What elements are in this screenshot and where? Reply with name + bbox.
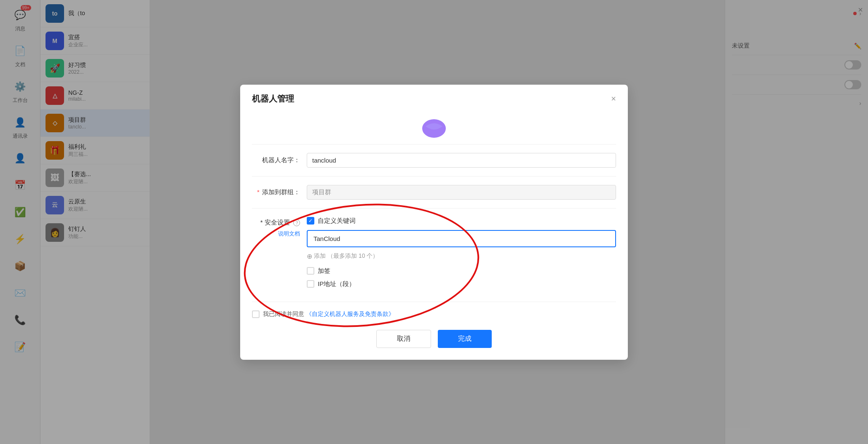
- keyword-input-wrap: [307, 230, 616, 247]
- modal-title: 机器人管理: [252, 93, 294, 104]
- help-icon[interactable]: ？: [293, 219, 300, 226]
- security-content: ✓ 自定义关键词 ⊕ 添加 （最多添加 10 个）: [307, 217, 616, 293]
- add-hint: （最多添加 10 个）: [327, 252, 378, 260]
- action-row: 取消 完成: [252, 326, 616, 348]
- security-settings-row: * 安全设置 ？ 说明文档 ✓ 自定义关键词: [252, 217, 616, 293]
- modal-header: 机器人管理 ×: [240, 85, 628, 104]
- add-keyword-row[interactable]: ⊕ 添加 （最多添加 10 个）: [307, 252, 616, 260]
- ip-checkbox[interactable]: [307, 280, 314, 288]
- add-circle-icon: ⊕: [307, 252, 312, 260]
- tag-checkbox[interactable]: [307, 267, 314, 275]
- tag-label: 加签: [318, 267, 330, 275]
- robot-management-modal: 机器人管理 × 机器人名字： * 添加到群组：: [240, 85, 628, 360]
- security-label: * 安全设置 ？ 说明文档: [252, 217, 307, 241]
- robot-logo: [421, 118, 447, 139]
- keyword-checkbox-row: ✓ 自定义关键词: [307, 217, 616, 225]
- modal-backdrop: 机器人管理 × 机器人名字： * 添加到群组：: [0, 0, 868, 444]
- keyword-checkbox[interactable]: ✓: [307, 217, 314, 225]
- modal-body: 机器人名字： * 添加到群组： * 安全设置 ？ 说明文档: [240, 104, 628, 360]
- tag-checkbox-row: 加签: [307, 267, 616, 275]
- ip-label: IP地址（段）: [318, 280, 355, 288]
- confirm-button[interactable]: 完成: [438, 330, 492, 348]
- modal-close-button[interactable]: ×: [611, 94, 616, 104]
- cancel-button[interactable]: 取消: [376, 330, 431, 348]
- agreement-link[interactable]: 《自定义机器人服务及免责条款》: [306, 310, 394, 317]
- keyword-label: 自定义关键词: [318, 217, 356, 225]
- doc-link[interactable]: 说明文档: [278, 230, 300, 238]
- agreement-checkbox[interactable]: [252, 310, 260, 318]
- keyword-input[interactable]: [307, 230, 616, 247]
- ip-checkbox-row: IP地址（段）: [307, 280, 616, 288]
- robot-name-row: 机器人名字：: [252, 153, 616, 177]
- add-label: 添加: [314, 252, 326, 260]
- robot-name-input[interactable]: [307, 153, 616, 168]
- robot-name-label: 机器人名字：: [252, 156, 307, 164]
- agreement-prefix: 我已阅读并同意: [263, 310, 304, 317]
- group-label: * 添加到群组：: [252, 188, 307, 196]
- agreement-row: 我已阅读并同意 《自定义机器人服务及免责条款》: [252, 310, 616, 318]
- agreement-text: 我已阅读并同意 《自定义机器人服务及免责条款》: [263, 310, 394, 318]
- divider: [252, 302, 616, 302]
- logo-area: [252, 111, 616, 144]
- group-row: * 添加到群组：: [252, 185, 616, 209]
- group-input: [307, 185, 616, 200]
